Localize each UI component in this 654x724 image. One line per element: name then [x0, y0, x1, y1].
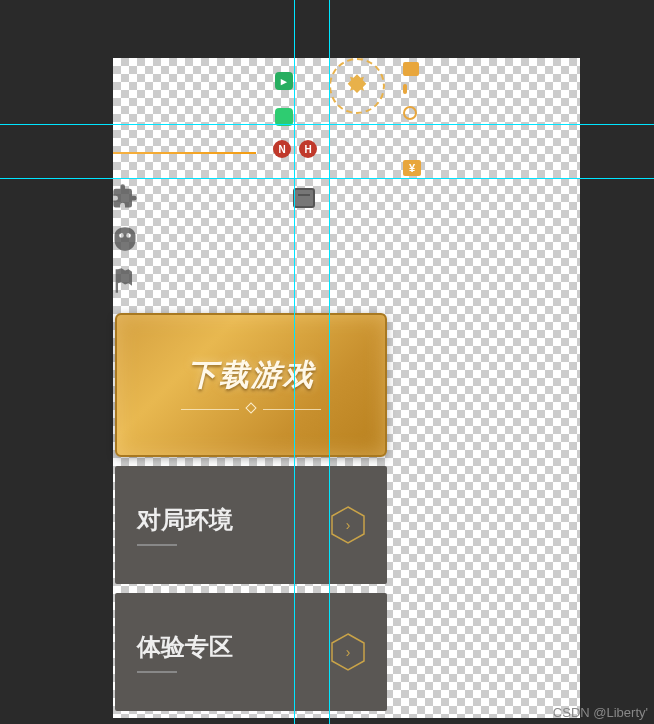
left-icon-column	[111, 183, 139, 309]
badge-h-icon: H	[299, 140, 317, 158]
chevron-right-hex-icon: ›	[331, 506, 365, 544]
guide-h-1[interactable]	[0, 124, 654, 125]
badge-n-icon: N	[273, 140, 291, 158]
play-icon: ▸	[275, 72, 293, 90]
match-env-label: 对局环境	[137, 504, 331, 546]
clock-icon	[403, 106, 417, 120]
badge-row: N H	[273, 140, 317, 158]
guide-v-2[interactable]	[329, 0, 330, 724]
status-icon-column: ▸	[275, 72, 293, 144]
bar-icon	[403, 84, 407, 94]
download-game-label: 下载游戏	[187, 355, 315, 396]
mask-icon	[111, 225, 139, 253]
puzzle-icon	[111, 183, 139, 211]
emblem-icon	[329, 58, 385, 114]
tag-icon	[403, 62, 419, 76]
flag-icon	[111, 267, 139, 295]
guide-h-2[interactable]	[0, 178, 654, 179]
yen-icon: ¥	[403, 160, 421, 176]
experience-zone-card[interactable]: 体验专区 ›	[115, 593, 387, 711]
calendar-icon	[293, 188, 315, 208]
ornament-icon	[181, 404, 321, 416]
experience-zone-label: 体验专区	[137, 631, 331, 673]
download-game-card[interactable]: 下载游戏	[115, 313, 387, 457]
sprite-canvas[interactable]: ▸ N H ¥ 下载游戏 对局环境 › 体验专区	[113, 58, 580, 718]
gold-divider	[113, 152, 256, 154]
chevron-right-hex-icon: ›	[331, 633, 365, 671]
watermark: CSDN @Liberty'	[553, 705, 648, 720]
match-env-card[interactable]: 对局环境 ›	[115, 466, 387, 584]
guide-v-1[interactable]	[294, 0, 295, 724]
